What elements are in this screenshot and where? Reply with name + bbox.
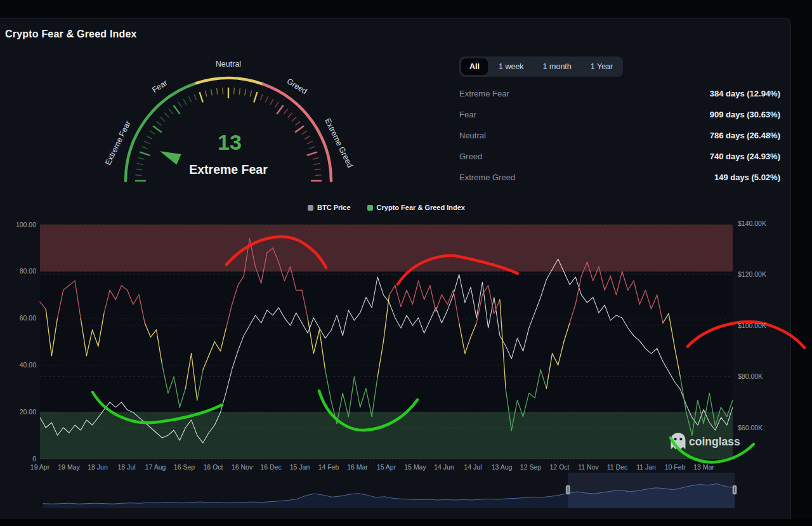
tab-1-month[interactable]: 1 month: [535, 58, 580, 75]
gauge-tick: [135, 175, 141, 176]
gauge-tick: [183, 99, 187, 105]
fear-greed-panel: Crypto Fear & Greed Index Extreme FearFe…: [0, 18, 791, 526]
gauge-tick: [178, 102, 181, 107]
gauge-ring-segment: [197, 78, 263, 84]
gauge-tick: [147, 136, 152, 139]
gauge-needle: [160, 151, 181, 164]
ghost-eye: [674, 438, 677, 440]
left-axis-label: 0: [32, 455, 36, 463]
gauge-tick: [211, 89, 212, 96]
right-axis-label: $140.00K: [738, 220, 766, 227]
gauge-tick: [292, 117, 296, 121]
gauge-tick: [307, 152, 317, 155]
gauge-tick: [245, 89, 246, 96]
legend-item-btc-price[interactable]: BTC Price: [308, 204, 351, 211]
gauge-tick: [315, 175, 322, 176]
navigator-handle-left[interactable]: [566, 485, 570, 495]
left-axis-label: 80.00: [20, 267, 36, 275]
gauge-tick: [138, 157, 145, 159]
stat-row-greed: Greed740 days (24.93%): [459, 146, 780, 167]
stat-label: Extreme Greed: [459, 173, 515, 182]
gauge-tick: [260, 94, 263, 100]
screen: Crypto Fear & Greed Index Extreme FearFe…: [0, 0, 812, 526]
stat-value: 786 days (26.48%): [710, 131, 780, 140]
left-axis-label: 40.00: [20, 361, 36, 369]
page-title: Crypto Fear & Greed Index: [5, 29, 137, 40]
gauge-tick: [157, 121, 162, 125]
gauge-tick: [296, 121, 301, 125]
gauge-tick: [307, 141, 313, 143]
left-axis-label: 100.00: [16, 221, 36, 228]
right-axis-label: $120.00K: [738, 270, 766, 278]
range-tabs: All1 week1 month1 Year: [459, 56, 623, 77]
navigator-selection[interactable]: [568, 473, 735, 508]
gauge-value: 13: [218, 130, 242, 154]
gauge-tick: [313, 157, 319, 159]
legend-swatch: [308, 205, 313, 211]
gauge-tick: [200, 92, 203, 102]
fear-greed-gauge: Extreme FearFearNeutralGreedExtreme Gree…: [95, 55, 362, 191]
gauge-tick: [188, 96, 191, 102]
gauge-tick: [250, 91, 251, 97]
gauge-tick: [174, 105, 180, 114]
navigator-handle-right[interactable]: [733, 485, 737, 495]
gauge-tick: [169, 109, 173, 114]
navigator[interactable]: [0, 470, 812, 516]
gauge-zone-label: Fear: [150, 78, 169, 95]
gauge-tick: [275, 102, 278, 107]
gauge-svg: Extreme FearFearNeutralGreedExtreme Gree…: [95, 55, 362, 191]
gauge-tick: [150, 131, 155, 134]
stat-row-neutral: Neutral786 days (26.48%): [459, 125, 780, 146]
stat-row-extreme-fear: Extreme Fear384 days (12.94%): [459, 83, 780, 104]
gauge-classification: Extreme Fear: [189, 162, 268, 176]
gauge-tick: [205, 91, 206, 97]
gauge-tick: [140, 152, 150, 155]
gauge-tick: [164, 113, 169, 117]
gauge-tick: [239, 88, 240, 95]
legend-item-crypto-fear-greed-index[interactable]: Crypto Fear & Greed Index: [367, 204, 465, 211]
legend-label: BTC Price: [317, 204, 351, 211]
left-axis-label: 20.00: [20, 408, 36, 416]
tab-all[interactable]: All: [461, 58, 488, 75]
right-axis-label: $60.00K: [738, 424, 763, 431]
gauge-tick: [295, 126, 304, 133]
gauge-zone-label: Extreme Greed: [323, 117, 355, 169]
stat-label: Greed: [459, 152, 482, 161]
gauge-ring-segment: [263, 84, 331, 181]
gauge-tick: [234, 88, 235, 94]
tab-1-year[interactable]: 1 Year: [582, 58, 621, 75]
gauge-tick: [194, 94, 197, 100]
gauge-tick: [136, 169, 142, 170]
stat-label: Neutral: [459, 131, 486, 140]
tab-1-week[interactable]: 1 week: [490, 58, 532, 75]
gauge-tick: [254, 92, 257, 102]
gauge-tick: [284, 109, 287, 114]
gauge-tick: [137, 163, 143, 164]
left-axis-label: 60.00: [20, 314, 36, 322]
stats-table: Extreme Fear384 days (12.94%)Fear909 day…: [459, 83, 780, 188]
legend-swatch: [367, 205, 373, 211]
ghost-eye: [679, 438, 682, 440]
gauge-zone-label: Neutral: [216, 60, 241, 69]
gauge-tick: [302, 131, 307, 134]
watermark-text: coinglass: [689, 435, 740, 448]
stat-row-extreme-greed: Extreme Greed149 days (5.02%): [459, 167, 780, 188]
main-chart[interactable]: coinglass100.0080.0060.0040.0020.000$140…: [0, 215, 812, 477]
bottom-bar: [0, 519, 812, 526]
gauge-tick: [315, 169, 321, 170]
chart-legend: BTC PriceCrypto Fear & Greed Index: [0, 204, 773, 211]
gauge-tick: [288, 113, 292, 117]
right-axis-label: $100.00K: [738, 322, 766, 329]
stat-value: 384 days (12.94%): [710, 89, 780, 98]
gauge-zone-label: Greed: [285, 77, 309, 96]
band: [40, 225, 733, 272]
coinglass-watermark: coinglass: [671, 433, 740, 449]
stat-value: 740 days (24.93%): [710, 152, 780, 161]
gauge-tick: [153, 126, 162, 133]
stat-value: 909 days (30.63%): [710, 110, 780, 119]
gauge-tick: [314, 163, 320, 164]
band: [40, 412, 733, 459]
gauge-tick: [160, 117, 165, 121]
gauge-tick: [265, 96, 268, 102]
gauge-tick: [217, 88, 218, 95]
